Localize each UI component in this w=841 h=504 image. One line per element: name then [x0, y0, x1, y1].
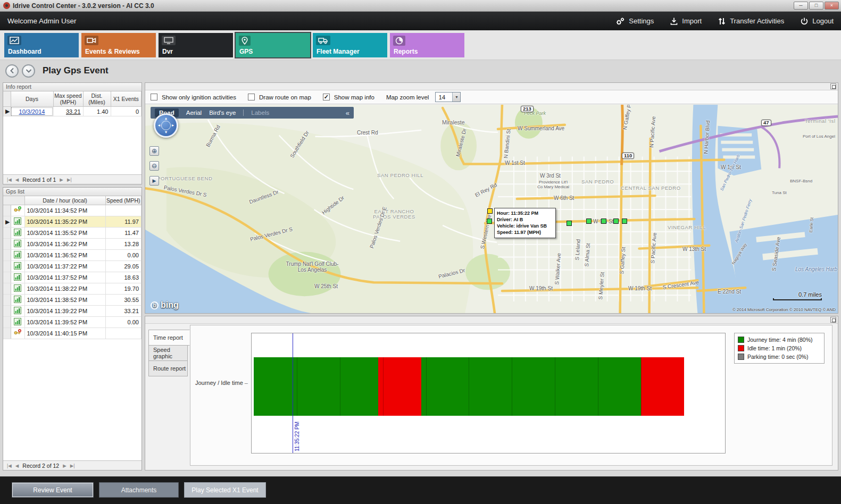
expand-panel-button[interactable]: ▶	[149, 176, 159, 186]
chart-cursor[interactable]	[293, 333, 293, 453]
pager-next-button[interactable]: ▶	[60, 177, 63, 182]
panel-collapse-button[interactable]	[830, 317, 836, 323]
map-label: Terminal 'Isl	[805, 119, 836, 124]
transfer-activities-button[interactable]: Transfer Activities	[718, 17, 784, 26]
legend-swatch	[738, 337, 744, 343]
pan-down-icon[interactable]: ▲	[164, 131, 168, 135]
tab-time-report[interactable]: Time report	[148, 330, 190, 346]
mode-bar-collapse-icon[interactable]: «	[346, 109, 349, 117]
pager-prev-button[interactable]: ◀	[15, 177, 19, 182]
tab-gps[interactable]: GPS	[236, 33, 310, 57]
gps-marker[interactable]	[613, 219, 619, 224]
table-row[interactable]: 10/3/2014 11:40:15 PM	[3, 328, 141, 339]
column-header[interactable]: Date / hour (local)	[24, 196, 105, 205]
legend-swatch	[738, 345, 744, 351]
table-row[interactable]: 10/3/2014 11:38:22 PM19.70	[3, 283, 141, 295]
tab-speed-graphic[interactable]: Speed graphic	[148, 345, 188, 361]
back-button[interactable]	[5, 64, 19, 78]
ignition-on-icon	[11, 205, 24, 216]
table-row[interactable]: 10/3/2014 11:34:52 PM	[3, 205, 141, 216]
gps-marker[interactable]	[601, 219, 606, 224]
column-header[interactable]: Speed (MPH)	[105, 196, 141, 205]
map-mode-birdseye[interactable]: Bird's eye	[209, 110, 236, 116]
table-row[interactable]: 10/3/2014 11:36:22 PM13.28	[3, 239, 141, 250]
pager-first-button[interactable]: |◀	[7, 177, 12, 182]
legend-swatch	[738, 354, 744, 360]
tab-reports[interactable]: Reports	[390, 33, 464, 57]
table-row[interactable]: 10/3/2014 11:39:22 PM33.21	[3, 306, 141, 317]
import-button[interactable]: Import	[670, 17, 702, 26]
panel-collapse-button[interactable]	[830, 83, 836, 89]
maximize-button[interactable]: □	[809, 2, 823, 10]
x1-events-cell: 0	[111, 107, 141, 116]
speed-cell: 0.00	[105, 317, 141, 328]
show-map-info-checkbox[interactable]	[323, 94, 330, 100]
gps-point-tooltip: Hour: 11:35:22 PM Driver: AI B Vehicle: …	[494, 208, 556, 238]
map-canvas[interactable]: MiralestePeck ParkW Summerland AveCrest …	[145, 105, 838, 313]
bar-segment-journey	[421, 357, 641, 416]
gps-marker[interactable]	[487, 219, 492, 224]
gps-point-icon	[11, 261, 24, 272]
gps-point-icon	[11, 228, 24, 239]
map-options-bar: Show only ignition activities Draw route…	[145, 90, 838, 104]
pager-last-button[interactable]: ▶|	[67, 177, 72, 182]
map-mode-labels[interactable]: Labels	[251, 110, 269, 116]
pan-right-icon[interactable]: ▲	[171, 124, 175, 128]
table-row[interactable]: 10/3/2014 11:36:52 PM0.00	[3, 250, 141, 261]
selected-gps-marker[interactable]	[487, 208, 493, 214]
legend-item: Journey time: 4 min (80%)	[738, 335, 821, 344]
column-header[interactable]: Days	[11, 91, 53, 107]
column-header[interactable]: Max speed (MPH)	[53, 91, 83, 107]
table-row[interactable]: 10/3/2014 11:35:52 PM11.47	[3, 228, 141, 239]
day-link[interactable]: 10/3/2014	[11, 107, 53, 116]
bar-sample-divider	[297, 357, 297, 416]
pager-last-button[interactable]: ▶|	[70, 463, 75, 468]
tab-dashboard[interactable]: Dashboard	[4, 33, 79, 57]
truck-icon	[316, 36, 330, 45]
gps-marker[interactable]	[567, 221, 572, 226]
pager-prev-button[interactable]: ◀	[15, 463, 19, 468]
map-mode-aerial[interactable]: Aerial	[186, 110, 202, 116]
logout-button[interactable]: Logout	[800, 17, 834, 26]
column-header[interactable]: X1 Events	[111, 91, 141, 107]
attachments-button[interactable]: Attachments	[99, 482, 179, 498]
gps-marker[interactable]	[586, 219, 592, 224]
review-event-button[interactable]: Review Event	[12, 482, 94, 498]
column-header[interactable]: Dist. (Miles)	[83, 91, 111, 107]
tab-route-report[interactable]: Route report	[148, 360, 188, 376]
date-cell: 10/3/2014 11:35:52 PM	[24, 228, 105, 239]
pager-next-button[interactable]: ▶	[63, 463, 66, 468]
draw-route-checkbox[interactable]	[248, 94, 255, 100]
map-zoom-select[interactable]: 14 ▼	[435, 92, 461, 102]
table-row[interactable]: ▶ 10/3/2014 33.21 1.40 0	[3, 107, 141, 116]
gps-point-icon	[11, 317, 24, 328]
map-pin-icon	[239, 36, 251, 46]
play-selected-x1-event-button[interactable]: Play Selected X1 Event	[184, 482, 266, 498]
gps-point-icon	[11, 272, 24, 283]
tab-fleet-manager[interactable]: Fleet Manager	[313, 33, 387, 57]
minimize-button[interactable]: ─	[794, 2, 808, 10]
bar-sample-divider	[469, 357, 469, 416]
tile-label: Fleet Manager	[317, 48, 360, 55]
collapse-down-button[interactable]	[22, 64, 35, 78]
time-report-chart: Journey / Idle time 11:35:22 PM Journey …	[190, 325, 832, 466]
table-row[interactable]: 10/3/2014 11:39:52 PM0.00	[3, 317, 141, 328]
zoom-in-button[interactable]: ⊕	[149, 146, 159, 156]
page-title: Play Gps Event	[43, 65, 109, 76]
settings-button[interactable]: Settings	[615, 17, 654, 26]
table-row[interactable]: 10/3/2014 11:37:22 PM29.05	[3, 261, 141, 272]
tab-events-reviews[interactable]: Events & Reviews	[81, 33, 156, 57]
tab-dvr[interactable]: Dvr	[159, 33, 233, 57]
pager-first-button[interactable]: |◀	[7, 463, 12, 468]
table-row[interactable]: 10/3/2014 11:38:52 PM30.55	[3, 295, 141, 306]
ignition-only-checkbox[interactable]	[151, 94, 157, 100]
zoom-out-button[interactable]: ⊖	[149, 161, 159, 171]
date-cell: 10/3/2014 11:38:22 PM	[24, 283, 105, 295]
pan-left-icon[interactable]: ▲	[157, 124, 161, 128]
gps-marker[interactable]	[622, 219, 627, 224]
table-row[interactable]: ▶10/3/2014 11:35:22 PM11.97	[3, 216, 141, 228]
map-compass-control[interactable]: ▲ ▲ ▲ ▲	[154, 113, 178, 138]
table-row[interactable]: 10/3/2014 11:37:52 PM18.63	[3, 272, 141, 283]
close-button[interactable]: ×	[825, 2, 839, 10]
pan-up-icon[interactable]: ▲	[164, 116, 168, 120]
